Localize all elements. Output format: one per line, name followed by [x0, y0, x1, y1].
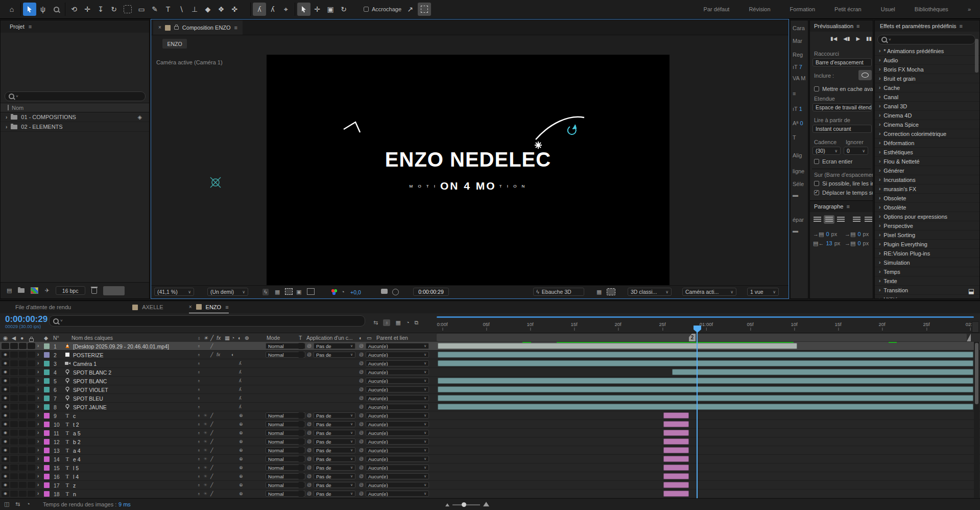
layer-solo-toggle[interactable] — [19, 378, 27, 384]
view-select[interactable]: Caméra acti...∨ — [682, 288, 736, 296]
layer-visibility-toggle[interactable]: ◉ — [2, 360, 9, 366]
snapshot-icon[interactable] — [381, 289, 388, 294]
ruler-corner-box[interactable] — [972, 321, 979, 333]
renderer-select[interactable]: 3D classi...∨ — [628, 288, 672, 296]
layer-audio-toggle[interactable] — [10, 447, 18, 453]
parent-pickwhip-icon[interactable]: @ — [359, 387, 364, 392]
effects-category-row[interactable]: › RE:Vision Plug-ins — [875, 249, 979, 258]
parent-pickwhip-icon[interactable]: @ — [359, 404, 364, 409]
preserve-transparency-toggle[interactable] — [298, 438, 304, 445]
rotate-mode-icon[interactable]: ↻ — [337, 3, 350, 16]
track-matte-select[interactable]: Pas de∨ — [314, 438, 355, 445]
layer-row[interactable]: ◉ › 3 Camér — [0, 359, 980, 368]
matte-pickwhip-icon[interactable]: @ — [307, 491, 312, 496]
panel-menu-icon[interactable]: ≡ — [225, 304, 228, 310]
indent-left-value[interactable]: 0 — [826, 231, 829, 237]
layer-color-chip[interactable] — [44, 482, 50, 488]
layer-solo-toggle[interactable] — [19, 369, 27, 375]
view-count-select[interactable]: 1 vue∨ — [747, 288, 779, 296]
clone-stamp-tool-icon[interactable]: ⊥ — [188, 3, 201, 16]
project-search-input[interactable]: ˅ — [5, 91, 146, 101]
layer-row[interactable]: ◉ › 13 T a 4 — [0, 446, 980, 455]
guides-icon[interactable]: ▣ — [296, 289, 301, 295]
layer-duration-bar[interactable] — [663, 430, 689, 436]
layer-audio-toggle[interactable] — [10, 491, 18, 497]
layer-visibility-toggle[interactable]: ◉ — [2, 378, 9, 384]
layer-audio-toggle[interactable] — [10, 395, 18, 401]
panel-menu-icon[interactable]: ≡ — [847, 203, 850, 210]
space-after-value[interactable]: 0 — [857, 240, 861, 246]
play-cached-checkbox[interactable] — [814, 181, 819, 186]
track-matte-select[interactable]: Pas de∨ — [314, 343, 355, 349]
preserve-transparency-toggle[interactable] — [298, 421, 304, 427]
layer-color-chip[interactable] — [44, 474, 50, 479]
pause-button[interactable]: ▮▮ — [866, 36, 872, 41]
layer-expander[interactable]: › — [37, 465, 39, 470]
parent-select[interactable]: Aucun(e)∨ — [366, 447, 429, 453]
parent-select[interactable]: Aucun(e)∨ — [366, 456, 429, 462]
effects-category-row[interactable]: › Bruit et grain — [875, 74, 979, 83]
preserve-transparency-toggle[interactable] — [298, 430, 304, 436]
parent-pickwhip-icon[interactable]: @ — [359, 456, 364, 461]
layer-name[interactable]: SPOT JAUNE — [73, 404, 107, 410]
parent-select[interactable]: Aucun(e)∨ — [366, 386, 429, 392]
layer-audio-toggle[interactable] — [10, 352, 18, 358]
effects-category-row[interactable]: › Incrustations — [875, 175, 979, 184]
layer-visibility-toggle[interactable]: ◉ — [2, 421, 9, 427]
draft-3d-button[interactable]: ϟEbauche 3D — [533, 288, 584, 296]
play-button[interactable]: ▶ — [856, 36, 860, 41]
layer-solo-toggle[interactable] — [19, 404, 27, 410]
effects-category-row[interactable]: › Pixel Sorting — [875, 230, 979, 240]
folder-name[interactable]: 01 - COMPOSITIONS — [21, 114, 76, 120]
layer-row[interactable]: ◉ › 10 T t 2 — [0, 420, 980, 429]
layer-duration-bar[interactable] — [438, 378, 973, 384]
layer-name[interactable]: POSTERIZE — [73, 352, 104, 358]
timeline-zoom-slider[interactable] — [452, 504, 480, 505]
layer-name[interactable]: SPOT BLANC 2 — [73, 369, 111, 376]
layer-expander[interactable]: › — [37, 352, 39, 357]
layer-visibility-toggle[interactable]: ◉ — [2, 482, 9, 488]
layer-expander[interactable]: › — [37, 448, 39, 453]
new-panel-icon[interactable]: ⬓ — [968, 288, 974, 294]
layer-color-chip[interactable] — [44, 387, 50, 392]
layer-lock-toggle[interactable] — [28, 352, 35, 358]
channel-icon[interactable] — [331, 289, 337, 295]
parent-select[interactable]: Aucun(e)∨ — [366, 360, 429, 366]
layer-name[interactable]: a 5 — [73, 430, 81, 436]
effects-category-row[interactable]: › Perspective — [875, 221, 979, 230]
effects-category-row[interactable]: › Générer — [875, 166, 979, 175]
workspace-item[interactable]: Petit écran — [834, 6, 862, 12]
cadence-select[interactable]: (30)∨ — [812, 147, 841, 155]
preserve-transparency-toggle[interactable] — [298, 352, 304, 358]
layer-color-chip[interactable] — [44, 448, 50, 453]
mode-column-header[interactable]: Mode — [267, 335, 280, 341]
preserve-transparency-toggle[interactable] — [298, 343, 304, 349]
matte-pickwhip-icon[interactable]: @ — [307, 413, 312, 418]
align-left-button[interactable] — [812, 215, 823, 224]
matte-pickwhip-icon[interactable]: @ — [307, 343, 312, 349]
layer-audio-toggle[interactable] — [10, 438, 18, 445]
layer-visibility-toggle[interactable]: ◉ — [2, 438, 9, 445]
track-matte-select[interactable]: Pas de∨ — [314, 465, 355, 471]
snap-resize-icon[interactable]: ↗ — [403, 3, 417, 16]
layer-name[interactable]: [Desktop 2025.09.29 - 20.46.40.01.mp4] — [73, 343, 169, 350]
exposure-value[interactable]: +0,0 — [350, 289, 361, 295]
layer-expander[interactable]: › — [37, 456, 39, 461]
parent-pickwhip-icon[interactable]: @ — [359, 343, 364, 349]
layer-expander[interactable]: › — [37, 439, 39, 444]
layer-name[interactable]: l 5 — [73, 465, 79, 471]
parent-pickwhip-icon[interactable]: @ — [359, 439, 364, 444]
layer-row[interactable]: ◉ › 8 SPOT — [0, 403, 980, 411]
home-icon[interactable]: ⌂ — [5, 3, 18, 16]
track-matte-select[interactable]: Pas de∨ — [314, 412, 355, 419]
layer-row[interactable]: ◉ › 7 SPOT — [0, 394, 980, 403]
layer-color-chip[interactable] — [44, 352, 50, 358]
matte-pickwhip-icon[interactable]: @ — [307, 474, 312, 479]
layer-duration-bar[interactable] — [663, 421, 689, 427]
layer-visibility-toggle[interactable]: ◉ — [2, 395, 9, 401]
paragraph-panel-title[interactable]: Paragraphe — [814, 203, 844, 210]
bounding-box-icon[interactable]: ▣ — [324, 3, 337, 16]
layer-solo-toggle[interactable] — [19, 456, 27, 462]
layer-name[interactable]: a 4 — [73, 448, 81, 454]
layer-audio-toggle[interactable] — [10, 456, 18, 462]
